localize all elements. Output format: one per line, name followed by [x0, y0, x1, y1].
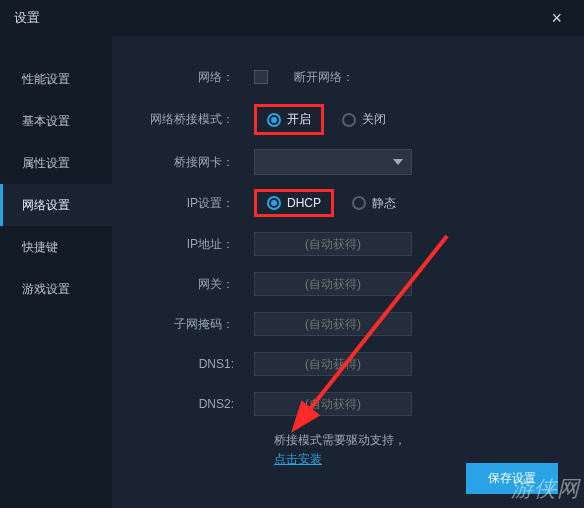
label-bridge-mode: 网络桥接模式： — [144, 111, 254, 128]
subnet-input[interactable] — [254, 312, 412, 336]
install-driver-link[interactable]: 点击安装 — [274, 452, 322, 466]
radio-icon — [352, 196, 366, 210]
driver-hint-text: 桥接模式需要驱动支持， — [274, 433, 406, 447]
ipaddr-input[interactable] — [254, 232, 412, 256]
label-network: 网络： — [144, 69, 254, 86]
sidebar-item-network[interactable]: 网络设置 — [0, 184, 112, 226]
save-button[interactable]: 保存设置 — [466, 463, 558, 494]
content-panel: 网络： 断开网络： 网络桥接模式： 开启 关闭 — [112, 36, 584, 508]
sidebar: 性能设置 基本设置 属性设置 网络设置 快捷键 游戏设置 — [0, 36, 112, 508]
radio-dhcp[interactable]: DHCP — [267, 196, 321, 210]
label-disconnect: 断开网络： — [294, 69, 354, 86]
sidebar-item-performance[interactable]: 性能设置 — [0, 58, 112, 100]
label-ipaddr: IP地址： — [144, 236, 254, 253]
titlebar: 设置 × — [0, 0, 584, 36]
radio-bridge-off[interactable]: 关闭 — [342, 111, 386, 128]
close-icon[interactable]: × — [543, 4, 570, 33]
window-title: 设置 — [14, 9, 40, 27]
radio-icon — [342, 113, 356, 127]
radio-icon — [267, 113, 281, 127]
disconnect-checkbox[interactable] — [254, 70, 268, 84]
label-subnet: 子网掩码： — [144, 316, 254, 333]
sidebar-item-basic[interactable]: 基本设置 — [0, 100, 112, 142]
sidebar-item-game[interactable]: 游戏设置 — [0, 268, 112, 310]
dns1-input[interactable] — [254, 352, 412, 376]
highlight-bridge-mode: 开启 — [254, 104, 324, 135]
sidebar-item-property[interactable]: 属性设置 — [0, 142, 112, 184]
radio-icon — [267, 196, 281, 210]
label-nic: 桥接网卡： — [144, 154, 254, 171]
label-gateway: 网关： — [144, 276, 254, 293]
label-dns1: DNS1: — [144, 357, 254, 371]
radio-bridge-on[interactable]: 开启 — [267, 111, 311, 128]
nic-select[interactable] — [254, 149, 412, 175]
chevron-down-icon — [393, 159, 403, 165]
sidebar-item-shortcut[interactable]: 快捷键 — [0, 226, 112, 268]
radio-static[interactable]: 静态 — [352, 195, 396, 212]
label-ip-mode: IP设置： — [144, 195, 254, 212]
dns2-input[interactable] — [254, 392, 412, 416]
highlight-ip-mode: DHCP — [254, 189, 334, 217]
label-dns2: DNS2: — [144, 397, 254, 411]
gateway-input[interactable] — [254, 272, 412, 296]
